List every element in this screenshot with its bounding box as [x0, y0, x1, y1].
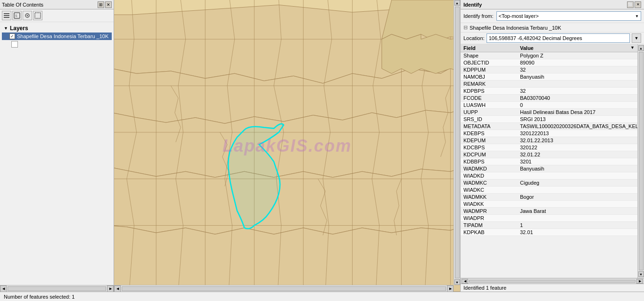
toc-scroll-track[interactable] — [8, 286, 106, 291]
toc-close-button[interactable]: ✕ — [105, 1, 112, 8]
identify-scroll-down[interactable]: ▼ — [638, 271, 644, 277]
row-field: KDPPUM — [463, 67, 520, 73]
identify-close-button[interactable]: ✕ — [635, 1, 641, 8]
map-htrack[interactable] — [122, 286, 446, 291]
tree-layer-label: Shapefile Desa Indonesia Terbaru _10K — [470, 25, 561, 31]
row-field: WIADKC — [463, 187, 520, 193]
identify-panel: Identify ⬜ ✕ Identify from: <Top-most la… — [460, 0, 644, 292]
table-row: KDCPUM 32.01.22 — [461, 151, 637, 158]
toc-tool-source[interactable]: S — [12, 11, 22, 20]
identify-hscroll-track[interactable] — [469, 280, 636, 283]
identify-hscroll-left[interactable]: ◀ — [462, 279, 468, 284]
map-scroll-down[interactable]: ▼ — [454, 279, 460, 285]
row-value: 32.01.22 — [520, 152, 635, 157]
row-field: KDPKAB — [463, 229, 520, 235]
row-value: BA03070040 — [520, 95, 635, 101]
layer-checkbox[interactable]: ✓ — [9, 33, 15, 39]
svg-marker-14 — [114, 226, 460, 292]
toc-toolbar: S — [0, 9, 114, 22]
layer-checkbox-mark: ✓ — [10, 34, 14, 39]
row-value: Cigudeg — [520, 180, 635, 186]
left-panel: Table Of Contents ⊞ ✕ S ▼ Layers — [0, 0, 114, 292]
layers-label: Layers — [10, 25, 28, 32]
row-field: WADMKK — [463, 194, 520, 200]
row-value: SRGI 2013 — [520, 116, 635, 122]
layer-item[interactable]: ✓ Shapefile Desa Indonesia Terbaru _10K — [2, 33, 112, 40]
table-row: WIADPR — [461, 215, 637, 222]
row-value: Hasil Delineasi Batas Desa 2017 — [520, 109, 635, 115]
header-sort-icon[interactable]: ▼ — [630, 45, 635, 51]
identify-titlebar: Identify ⬜ ✕ — [461, 0, 644, 9]
row-value — [520, 201, 635, 207]
svg-point-6 — [27, 15, 28, 16]
identify-status-text: Identified 1 feature — [463, 285, 506, 291]
row-field: WIADKK — [463, 201, 520, 207]
identify-vscrollbar: ▲ ▼ — [637, 44, 644, 278]
map-scroll-left[interactable]: ◀ — [114, 285, 121, 292]
location-label: Location: — [463, 35, 485, 41]
location-row: Location: 106,598837 -6,482042 Decimal D… — [461, 33, 644, 44]
identify-hscrollbar: ◀ ▶ — [461, 278, 644, 284]
row-value: 3201 — [520, 159, 635, 164]
map-scroll-right[interactable]: ▶ — [447, 285, 454, 292]
toc-pin-button[interactable]: ⊞ — [98, 1, 104, 8]
map-hscrollbar: ◀ ▶ — [114, 285, 454, 292]
table-row: UUPP Hasil Delineasi Batas Desa 2017 — [461, 109, 637, 116]
table-row: KDPBPS 32 — [461, 88, 637, 95]
row-field: KDPBPS — [463, 88, 520, 94]
row-value: 3201222013 — [520, 130, 635, 136]
table-row: WIADKC — [461, 187, 637, 194]
identify-hscroll-right[interactable]: ▶ — [636, 279, 643, 284]
identify-from-label: Identify from: — [463, 13, 494, 19]
svg-text:S: S — [15, 14, 17, 17]
toc-tool-visibility[interactable] — [23, 11, 32, 20]
layers-header: ▼ Layers — [2, 24, 112, 33]
toc-tool-selection[interactable] — [33, 11, 42, 20]
location-expand-button[interactable]: ▼ — [632, 33, 641, 43]
table-row: WADMKD Banyuasih — [461, 165, 637, 172]
location-coords: 106,598837 -6,482042 Decimal Degrees — [489, 35, 582, 41]
layers-expand-icon[interactable]: ▼ — [4, 26, 8, 31]
tree-item: ⊟ Shapefile Desa Indonesia Terbaru _10K — [463, 24, 641, 31]
table-row: KDCBPS 320122 — [461, 144, 637, 151]
identify-from-select[interactable]: <Top-most layer> ▼ — [496, 11, 641, 21]
row-field: FCODE — [463, 95, 520, 101]
toc-scroll-left[interactable]: ◀ — [0, 285, 7, 292]
identify-title: Identify — [463, 2, 482, 8]
row-value: 32 — [520, 67, 635, 73]
table-row: KDEPUM 32.01.22.2013 — [461, 137, 637, 144]
svg-rect-7 — [35, 13, 41, 18]
row-field: WIADPR — [463, 215, 520, 221]
row-field: SRS_ID — [463, 116, 520, 122]
identify-scroll-up[interactable]: ▲ — [638, 45, 644, 51]
identify-from-arrow-icon: ▼ — [635, 14, 639, 18]
map-area[interactable]: LapakGIS.com ▲ ▼ ◀ ▶ — [114, 0, 460, 292]
toc-tool-list[interactable] — [2, 11, 11, 20]
row-field: WIADKD — [463, 173, 520, 179]
identify-scroll-track[interactable] — [639, 52, 644, 270]
svg-marker-13 — [114, 167, 460, 235]
row-field: OBJECTID — [463, 60, 520, 65]
map-scroll-up[interactable]: ▲ — [454, 0, 460, 6]
row-field: WADMKC — [463, 180, 520, 186]
table-row: KDPPUM 32 — [461, 66, 637, 73]
identify-restore-button[interactable]: ⬜ — [627, 1, 634, 8]
row-field: REMARK — [463, 81, 520, 87]
toc-scroll-right[interactable]: ▶ — [107, 285, 114, 292]
table-row: WADMKK Bogor — [461, 194, 637, 201]
row-value: 320122 — [520, 145, 635, 150]
table-row: REMARK — [461, 81, 637, 88]
svg-rect-2 — [4, 17, 9, 18]
row-value: Polygon Z — [520, 53, 635, 58]
row-value: 32 — [520, 88, 635, 94]
toc-hscrollbar: ◀ ▶ — [0, 285, 114, 292]
row-field: WADMPR — [463, 208, 520, 214]
map-scroll-vtrack[interactable] — [455, 7, 460, 278]
table-row: WADMKC Cigudeg — [461, 179, 637, 187]
row-value: 32.01.22.2013 — [520, 138, 635, 143]
table-row: KDEBPS 3201222013 — [461, 130, 637, 137]
header-value: Value — [520, 45, 630, 51]
tree-collapse-icon[interactable]: ⊟ — [463, 24, 468, 31]
row-value — [520, 215, 635, 221]
row-field: KDEPUM — [463, 138, 520, 143]
